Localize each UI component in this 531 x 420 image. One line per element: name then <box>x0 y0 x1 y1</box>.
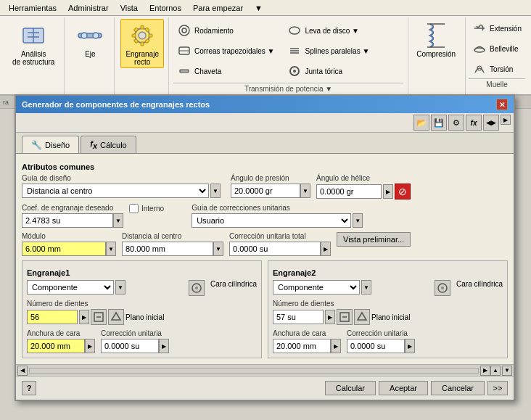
eng1-correccion-label: Corrección unitaria <box>101 329 169 337</box>
engranaje-recto-btn[interactable]: Engranajerecto <box>120 19 164 68</box>
distancia-label: Distancia al centro <box>122 232 223 240</box>
leva-btn[interactable]: Leva de disco ▼ <box>284 21 373 40</box>
eng2-anchura-input[interactable] <box>273 339 331 353</box>
angulo-helice-label: Ángulo de hélice <box>316 174 418 182</box>
eng2-anchura-arrow[interactable]: ▶ <box>331 339 341 353</box>
belleville-btn[interactable]: Belleville <box>469 39 525 58</box>
svg-rect-15 <box>133 38 138 43</box>
eng1-plano-icon2[interactable] <box>108 309 124 325</box>
tab-diseno[interactable]: 🔧 Diseño <box>22 136 79 153</box>
tab-calculo[interactable]: fx Cálculo <box>81 136 136 153</box>
eng1-dientes-input[interactable] <box>27 310 78 324</box>
distancia-arrow[interactable]: ▼ <box>213 242 223 256</box>
distancia-input-group: ▼ <box>122 242 223 256</box>
eng2-dientes-arrow[interactable]: ▶ <box>325 310 335 324</box>
angulo-presion-input[interactable] <box>231 184 300 198</box>
correccion-total-arrow[interactable]: ▶ <box>321 242 331 256</box>
row-coef-correcciones: Coef. de engranaje deseado ▼ Interno Guí… <box>22 204 508 228</box>
menu-entornos[interactable]: Entornos <box>144 2 187 14</box>
eng1-dientes-label: Número de dientes <box>27 300 88 308</box>
splines-btn[interactable]: Splines paralelas ▼ <box>284 41 373 60</box>
chaveta-label: Chaveta <box>194 67 221 75</box>
eng2-dientes-input[interactable] <box>273 310 324 324</box>
svg-rect-9 <box>141 25 144 29</box>
torsion-btn[interactable]: Torsión <box>469 59 525 78</box>
eng2-plano-icon1[interactable] <box>337 309 353 325</box>
angulo-helice-arrow[interactable]: ▶ <box>383 184 393 199</box>
chaveta-btn[interactable]: Chaveta <box>173 62 279 81</box>
block-btn[interactable]: ⊘ <box>395 184 411 199</box>
help-btn[interactable]: ? <box>22 381 36 395</box>
eng1-tipo-arrow[interactable]: ▼ <box>115 280 125 295</box>
dialog-expand-right[interactable]: ▶ <box>501 115 511 125</box>
dialog-titlebar: Generador de componentes de engranajes r… <box>16 96 514 113</box>
eng2-correccion-input[interactable] <box>347 339 405 353</box>
eng1-correccion-input-group: ▶ <box>101 339 169 353</box>
scroll-left-btn[interactable]: ◀ <box>17 366 28 376</box>
correas-btn[interactable]: Correas trapezoidales ▼ <box>173 41 279 60</box>
menu-more[interactable]: ▼ <box>249 2 268 14</box>
vista-preliminar-btn[interactable]: Vista preliminar... <box>337 232 411 247</box>
aceptar-btn[interactable]: Aceptar <box>379 381 428 395</box>
eng1-correccion-arrow[interactable]: ▶ <box>159 339 169 353</box>
chaveta-icon <box>177 64 192 78</box>
scroll-right-btn[interactable]: ▶ <box>480 366 490 376</box>
expand-btn[interactable]: >> <box>487 381 508 395</box>
eng1-anchura-input[interactable] <box>27 339 85 353</box>
menu-para-empezar[interactable]: Para empezar <box>187 2 249 14</box>
scrollbar-track[interactable] <box>29 368 479 374</box>
angulo-presion-arrow[interactable]: ▼ <box>300 184 310 198</box>
guia-arrow[interactable]: ▼ <box>210 184 221 198</box>
eng1-cara-icon[interactable] <box>189 280 205 296</box>
extension-btn[interactable]: Extensión <box>469 19 525 38</box>
dialog-arrows-btn[interactable]: ◀▶ <box>483 115 499 131</box>
guia-group: Guía de diseño Distancia al centro ▼ <box>22 174 225 198</box>
eng2-tipo-arrow[interactable]: ▼ <box>361 280 371 295</box>
coef-arrow[interactable]: ▼ <box>113 213 123 228</box>
engranaje2-header: Engranaje2 <box>273 268 503 277</box>
vista-preliminar-group: Vista preliminar... <box>337 232 411 247</box>
menu-administrar[interactable]: Administrar <box>62 2 115 14</box>
eng2-tipo-select[interactable]: Componente <box>273 280 360 295</box>
eng1-anchura-arrow[interactable]: ▶ <box>85 339 95 353</box>
guia-select[interactable]: Distancia al centro <box>22 184 209 198</box>
dialog-fx-btn[interactable]: fx <box>466 115 482 131</box>
guia-correcciones-arrow[interactable]: ▼ <box>353 213 363 228</box>
eng2-cara-icon[interactable] <box>435 280 450 296</box>
distancia-input[interactable] <box>122 242 213 256</box>
eng2-plano-icon2[interactable] <box>354 309 370 325</box>
dialog-settings-btn[interactable]: ⚙ <box>448 115 464 131</box>
dialog-open-btn[interactable]: 📂 <box>413 115 429 131</box>
splines-label: Splines paralelas ▼ <box>305 47 369 55</box>
distancia-group: Distancia al centro ▼ <box>122 232 223 256</box>
analisis-estructura-btn[interactable]: Análisisde estructura <box>7 19 59 68</box>
scroll-up-btn[interactable]: ▲ <box>490 366 501 376</box>
correccion-total-input[interactable] <box>229 242 321 256</box>
eje-btn[interactable]: Eje <box>70 19 110 60</box>
modulo-input[interactable] <box>22 242 106 256</box>
interno-checkbox[interactable] <box>129 204 139 213</box>
eng1-tipo-select[interactable]: Componente <box>27 280 114 295</box>
eng2-correccion-arrow[interactable]: ▶ <box>405 339 415 353</box>
dialog-save-btn[interactable]: 💾 <box>431 115 447 131</box>
eng1-plano-icon1[interactable] <box>91 309 107 325</box>
compresion-btn[interactable]: Compresión <box>411 19 461 60</box>
modulo-arrow[interactable]: ▼ <box>106 242 116 256</box>
junta-btn[interactable]: Junta tórica <box>284 62 373 81</box>
angulo-helice-input[interactable] <box>316 184 382 199</box>
calcular-btn[interactable]: Calcular <box>325 381 376 395</box>
coef-input[interactable] <box>22 213 113 228</box>
angulo-presion-group: Ángulo de presión ▼ <box>231 174 310 198</box>
eng1-correccion-input[interactable] <box>101 339 159 353</box>
menu-herramientas[interactable]: Herramientas <box>3 2 62 14</box>
torsion-icon <box>472 62 487 76</box>
guia-correcciones-select[interactable]: Usuario <box>192 213 351 228</box>
menu-vista[interactable]: Vista <box>115 2 144 14</box>
dialog-close-btn[interactable]: ✕ <box>496 99 508 110</box>
scroll-down-btn[interactable]: ▼ <box>502 366 512 376</box>
eng1-dientes-arrow[interactable]: ▶ <box>79 310 89 324</box>
rodamiento-btn[interactable]: Rodamiento <box>173 21 279 40</box>
engranaje1-header: Engranaje1 <box>27 268 257 277</box>
svg-rect-13 <box>133 28 138 32</box>
cancelar-btn[interactable]: Cancelar <box>431 381 485 395</box>
